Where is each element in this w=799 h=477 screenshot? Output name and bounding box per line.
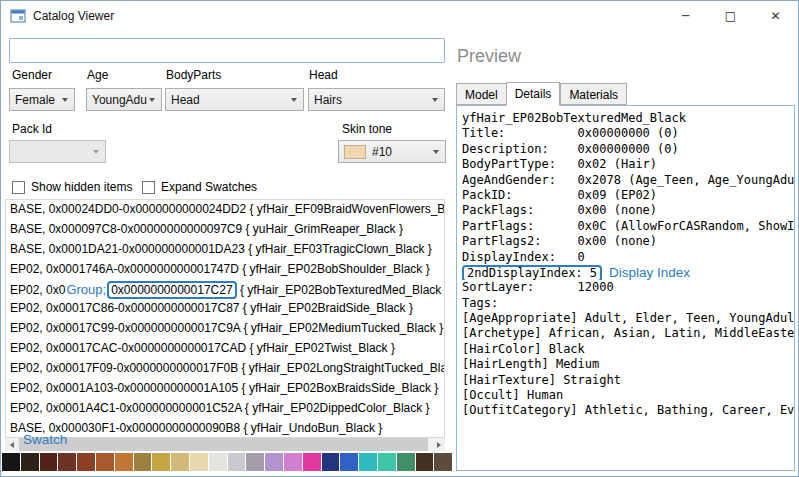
list-item[interactable]: BASE, 0x000030F1-0x00000000000090B8 { yf… <box>6 419 444 438</box>
chevron-down-icon <box>62 98 68 102</box>
color-swatch[interactable] <box>40 453 58 471</box>
list-item[interactable]: EP02, 0x0Group;0x0000000000017C27 { yfHa… <box>6 280 444 300</box>
expand-swatches-checkbox[interactable] <box>142 181 155 194</box>
age-select[interactable]: YoungAdu <box>86 88 162 111</box>
list-item[interactable]: EP02, 0x00017C99-0x0000000000017C9A { yf… <box>6 319 444 339</box>
maximize-button[interactable]: □ <box>708 1 753 31</box>
details-panel: yfHair_EP02BobTexturedMed_BlackTitle: 0x… <box>456 105 795 471</box>
pack-id-label: Pack Id <box>12 122 52 136</box>
list-item-prefix: EP02, 0x0 <box>10 283 65 297</box>
color-swatch[interactable] <box>397 453 415 471</box>
gender-value: Female <box>15 93 60 107</box>
catalog-list[interactable]: BASE, 0x00024DD0-0x0000000000024DD2 { yf… <box>5 199 445 438</box>
details-line: PartFlags: 0x0C (AllowForCASRandom, Show… <box>462 219 794 234</box>
color-swatch[interactable] <box>77 453 95 471</box>
pack-id-select[interactable] <box>9 140 106 163</box>
list-item[interactable]: EP02, 0x0001A103-0x000000000001A105 { yf… <box>6 379 444 399</box>
color-swatch[interactable] <box>303 453 321 471</box>
color-swatch[interactable] <box>96 453 114 471</box>
display-index-annotation-label: Display Index <box>609 265 690 280</box>
search-input[interactable] <box>9 38 445 63</box>
list-item[interactable]: EP02, 0x00017CAC-0x0000000000017CAD { yf… <box>6 339 444 359</box>
horizontal-scrollbar[interactable] <box>5 438 445 451</box>
details-line: AgeAndGender: 0x2078 (Age_Teen, Age_Youn… <box>462 173 794 188</box>
color-swatch[interactable] <box>58 453 76 471</box>
tab-materials[interactable]: Materials <box>560 83 627 105</box>
details-line: Description: 0x00000000 (0) <box>462 142 794 157</box>
details-line: [OutfitCategory] Athletic, Bathing, Care… <box>462 403 794 418</box>
preview-heading: Preview <box>457 46 521 67</box>
details-line: BodyPartType: 0x02 (Hair) <box>462 157 794 172</box>
color-swatch[interactable] <box>209 453 227 471</box>
show-hidden-checkbox[interactable] <box>12 181 25 194</box>
color-swatch[interactable] <box>434 453 452 471</box>
show-hidden-group: Show hidden items <box>12 180 132 194</box>
color-swatch[interactable] <box>171 453 189 471</box>
color-swatch[interactable] <box>416 453 434 471</box>
color-swatch[interactable] <box>340 453 358 471</box>
list-item[interactable]: EP02, 0x00017C86-0x0000000000017C87 { yf… <box>6 299 444 319</box>
bodyparts-label: BodyParts <box>166 68 221 82</box>
details-line: PackID: 0x09 (EP02) <box>462 188 794 203</box>
color-swatch[interactable] <box>21 453 39 471</box>
list-item[interactable]: BASE, 0x0001DA21-0x000000000001DA23 { yf… <box>6 240 444 260</box>
details-line: PackFlags: 0x00 (none) <box>462 203 794 218</box>
color-swatch[interactable] <box>359 453 377 471</box>
bodyparts-select[interactable]: Head <box>165 88 304 111</box>
head-label: Head <box>309 68 338 82</box>
head-select[interactable]: Hairs <box>308 88 445 111</box>
show-hidden-label: Show hidden items <box>31 180 132 194</box>
color-swatch[interactable] <box>284 453 302 471</box>
titlebar[interactable]: Catalog Viewer ─ □ ✕ <box>1 1 798 31</box>
tab-details[interactable]: Details <box>506 82 561 106</box>
skin-tone-value: #10 <box>372 145 431 159</box>
list-item[interactable]: BASE, 0x000097C8-0x00000000000097C9 { yu… <box>6 220 444 240</box>
list-item[interactable]: EP02, 0x0001A4C1-0x000000000001C52A { yf… <box>6 399 444 419</box>
list-item-suffix: { yfHair_EP02BobTexturedMed_Black } <box>237 283 444 297</box>
details-line: 2ndDisplayIndex: 5Display Index <box>462 265 794 280</box>
close-button[interactable]: ✕ <box>753 1 798 31</box>
maximize-icon: □ <box>725 9 736 23</box>
details-line: [Archetype] African, Asian, Latin, Middl… <box>462 326 794 341</box>
scrollbar-thumb[interactable] <box>19 438 428 451</box>
head-value: Hairs <box>314 93 430 107</box>
color-swatch[interactable] <box>322 453 340 471</box>
color-swatch[interactable] <box>228 453 246 471</box>
scroll-right-icon <box>437 442 441 448</box>
minimize-button[interactable]: ─ <box>663 1 708 31</box>
details-line: Title: 0x00000000 (0) <box>462 126 794 141</box>
preview-tabs: Model Details Materials <box>456 82 627 105</box>
list-item[interactable]: BASE, 0x00024DD0-0x0000000000024DD2 { yf… <box>6 200 444 220</box>
app-icon <box>10 8 26 24</box>
scroll-right-button[interactable] <box>432 438 445 451</box>
color-swatch[interactable] <box>190 453 208 471</box>
color-swatch[interactable] <box>246 453 264 471</box>
list-item[interactable]: EP02, 0x0001746A-0x000000000001747D { yf… <box>6 260 444 280</box>
color-swatch[interactable] <box>2 453 20 471</box>
age-label: Age <box>87 68 108 82</box>
color-swatch[interactable] <box>134 453 152 471</box>
details-line: [Occult] Human <box>462 388 794 403</box>
gender-select[interactable]: Female <box>9 88 75 111</box>
color-swatch[interactable] <box>378 453 396 471</box>
details-line: DisplayIndex: 0 <box>462 250 794 265</box>
list-item[interactable]: EP02, 0x00017F09-0x0000000000017F0B { yf… <box>6 359 444 379</box>
expand-swatches-group: Expand Swatches <box>142 180 257 194</box>
expand-swatches-label: Expand Swatches <box>161 180 257 194</box>
window-controls: ─ □ ✕ <box>663 1 798 31</box>
details-line: yfHair_EP02BobTexturedMed_Black <box>462 111 794 126</box>
color-swatch[interactable] <box>115 453 133 471</box>
age-value: YoungAdu <box>92 93 147 107</box>
gender-label: Gender <box>12 68 52 82</box>
color-swatch[interactable] <box>265 453 283 471</box>
bodyparts-value: Head <box>171 93 289 107</box>
details-line: [AgeAppropriate] Adult, Elder, Teen, You… <box>462 311 794 326</box>
scroll-left-button[interactable] <box>5 438 18 451</box>
display-index-annotation-box: 2ndDisplayIndex: 5 <box>462 265 602 280</box>
chevron-down-icon <box>291 98 297 102</box>
skin-tone-select[interactable]: #10 <box>338 140 446 163</box>
details-line: SortLayer: 12000 <box>462 280 794 295</box>
chevron-down-icon <box>93 150 99 154</box>
tab-model[interactable]: Model <box>456 83 506 105</box>
color-swatch[interactable] <box>152 453 170 471</box>
